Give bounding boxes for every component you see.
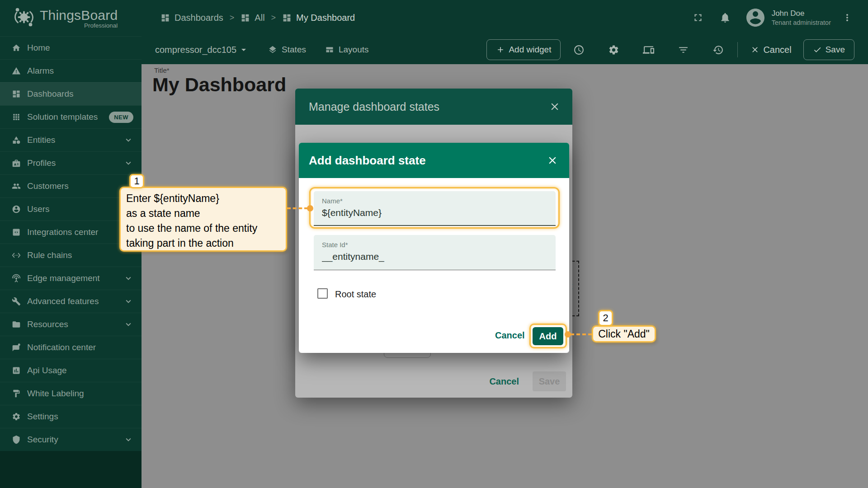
sidebar-item-label: Security — [27, 435, 58, 445]
add-cancel-button[interactable]: Cancel — [495, 330, 525, 341]
cancel-edit-label: Cancel — [763, 45, 791, 55]
entity-selector-label: compressor_dcc105 — [155, 45, 236, 55]
save-dashboard-button[interactable]: Save — [803, 39, 854, 60]
bar-chart-icon — [12, 366, 21, 375]
time-window-icon[interactable] — [573, 44, 585, 56]
sidebar-footer-area — [0, 451, 142, 488]
sidebar-item-edge-management[interactable]: Edge management — [0, 267, 142, 290]
states-label: States — [282, 45, 306, 55]
sidebar-item-dashboards[interactable]: Dashboards — [0, 82, 142, 105]
annotation-step2-text: Click "Add" — [598, 328, 649, 340]
add-widget-button[interactable]: Add widget — [486, 39, 561, 60]
chevron-down-icon — [123, 319, 133, 329]
sidebar-item-label: Notification center — [27, 343, 96, 352]
dashboards-icon — [282, 13, 292, 23]
annotation-step1-number: 1 — [129, 174, 144, 188]
root-state-checkbox[interactable] — [317, 288, 328, 299]
sidebar-item-settings[interactable]: Settings — [0, 405, 142, 428]
annotation-step1-connector-line — [287, 207, 308, 209]
settings-gear-icon[interactable] — [608, 44, 619, 56]
sidebar-item-label: Settings — [27, 412, 58, 422]
cancel-edit-button[interactable]: Cancel — [750, 45, 791, 55]
avatar[interactable] — [745, 7, 766, 28]
fullscreen-icon[interactable] — [692, 12, 704, 23]
sidebar-item-advanced-features[interactable]: Advanced features — [0, 290, 142, 313]
annotation-step1-line: to use the name of the entity — [126, 221, 280, 236]
layouts-button[interactable]: Layouts — [325, 45, 369, 55]
sidebar-item-notification-center[interactable]: Notification center — [0, 336, 142, 359]
manage-save-button[interactable]: Save — [533, 371, 566, 391]
folder-icon — [12, 320, 21, 329]
breadcrumb-label: Dashboards — [175, 13, 223, 23]
dashboard-title-value: My Dashboard — [152, 74, 286, 96]
notification-icon — [12, 343, 21, 352]
chevron-down-icon — [123, 135, 133, 145]
manage-dialog-footer: Cancel Save — [489, 365, 566, 398]
entity-selector[interactable]: compressor_dcc105 — [155, 44, 249, 55]
devices-icon[interactable] — [643, 44, 654, 56]
annotation-step1-line: as a state name — [126, 206, 280, 221]
annotation-highlight-name-field — [309, 187, 560, 229]
sidebar-item-solution-templates[interactable]: Solution templates NEW — [0, 105, 142, 128]
close-icon[interactable] — [547, 155, 558, 166]
dashboards-icon — [241, 13, 250, 23]
sidebar-item-alarms[interactable]: Alarms — [0, 59, 142, 82]
annotation-step1-connector-dot — [307, 205, 313, 211]
sidebar-item-profiles[interactable]: Profiles — [0, 151, 142, 174]
close-icon[interactable] — [549, 101, 561, 113]
filter-icon[interactable] — [678, 44, 689, 56]
thingsboard-app: ThingsBoard Professional Home Alarms Das… — [0, 0, 868, 488]
sidebar-item-security[interactable]: Security — [0, 428, 142, 451]
dashboard-title-field-label: Title* — [154, 66, 170, 74]
annotation-step1-line: taking part in the action — [126, 236, 280, 251]
bell-icon[interactable] — [719, 12, 731, 23]
dashboard-toolbar: compressor_dcc105 States Layouts Add wid… — [142, 35, 868, 64]
sidebar-item-label: Rule chains — [27, 250, 72, 260]
home-icon — [12, 43, 21, 52]
annotation-step1-box: Enter ${entityName} as a state name to u… — [119, 187, 287, 252]
close-icon — [750, 45, 760, 54]
dashboards-icon — [12, 89, 21, 99]
sidebar-item-label: Integrations center — [27, 227, 98, 237]
code-brackets-icon — [12, 251, 21, 260]
layouts-icon — [325, 45, 334, 54]
history-icon[interactable] — [712, 44, 724, 56]
sidebar-item-label: Edge management — [27, 273, 100, 283]
user-name: John Doe — [772, 9, 831, 18]
breadcrumb-my-dashboard[interactable]: My Dashboard — [282, 13, 355, 23]
chevron-down-icon — [123, 296, 133, 306]
manage-cancel-button[interactable]: Cancel — [489, 376, 519, 387]
add-dialog-title: Add dashboard state — [309, 154, 426, 168]
sidebar-item-resources[interactable]: Resources — [0, 313, 142, 336]
dropdown-caret-icon — [238, 44, 249, 55]
breadcrumb-all[interactable]: All — [241, 13, 264, 23]
sidebar-item-label: Users — [27, 204, 50, 214]
check-icon — [813, 45, 822, 54]
gear-icon — [12, 412, 21, 421]
integrations-icon — [12, 228, 21, 237]
chevron-down-icon — [123, 273, 133, 283]
tools-icon — [12, 297, 21, 306]
states-button[interactable]: States — [268, 45, 306, 55]
sidebar-item-home[interactable]: Home — [0, 36, 142, 59]
sidebar-item-label: White Labeling — [27, 389, 84, 399]
new-badge: NEW — [109, 112, 133, 123]
id-badge-icon — [12, 159, 21, 168]
state-id-field[interactable]: State Id* — [314, 235, 556, 270]
sidebar-item-label: Dashboards — [27, 89, 73, 99]
sidebar-item-white-labeling[interactable]: White Labeling — [0, 382, 142, 405]
kebab-menu-icon[interactable] — [842, 12, 853, 23]
annotation-highlight-add-button — [529, 324, 567, 348]
sidebar-item-api-usage[interactable]: Api Usage — [0, 359, 142, 382]
sidebar-item-label: Home — [27, 43, 50, 53]
breadcrumb-dashboards[interactable]: Dashboards — [160, 13, 223, 23]
app-logo[interactable]: ThingsBoard Professional — [0, 0, 142, 36]
sidebar-item-label: Advanced features — [27, 296, 99, 306]
annotation-step2-connector-line — [571, 333, 592, 335]
sidebar-item-entities[interactable]: Entities — [0, 128, 142, 151]
layouts-label: Layouts — [339, 45, 369, 55]
sidebar-item-label: Alarms — [27, 66, 54, 76]
annotation-step1-line: Enter ${entityName} — [126, 191, 280, 206]
state-id-input[interactable] — [322, 251, 539, 262]
sidebar-item-label: Customers — [27, 181, 69, 191]
